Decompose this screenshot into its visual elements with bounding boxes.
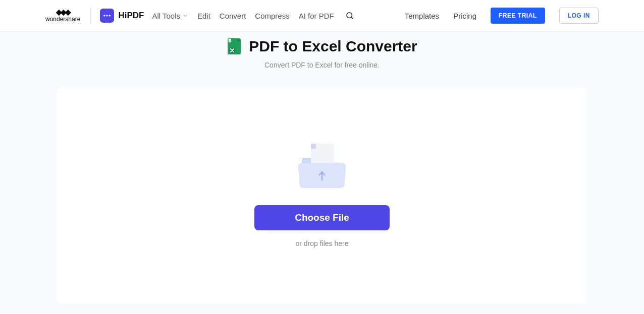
nav-all-tools-label: All Tools [152, 12, 180, 20]
nav-edit[interactable]: Edit [197, 12, 210, 20]
page-title-row: PDF to Excel Converter [0, 38, 644, 55]
search-button[interactable] [345, 11, 354, 20]
right-nav: Templates Pricing FREE TRIAL LOG IN [405, 8, 599, 24]
choose-file-button[interactable]: Choose File [254, 205, 390, 230]
nav-ai-for-pdf[interactable]: AI for PDF [299, 12, 334, 20]
nav-all-tools[interactable]: All Tools [152, 12, 188, 20]
main-content: PDF to Excel Converter Convert PDF to Ex… [0, 31, 644, 314]
page-title: PDF to Excel Converter [249, 38, 417, 55]
nav-compress[interactable]: Compress [255, 12, 289, 20]
brand-divider [90, 8, 91, 24]
app-header: ◆◆◆ wondershare HiPDF All Tools Edit Con… [0, 0, 644, 31]
upload-folder-icon [297, 144, 347, 190]
svg-rect-0 [103, 15, 105, 17]
upload-card[interactable]: Choose File or drop files here [57, 87, 587, 304]
nav-templates[interactable]: Templates [405, 12, 439, 20]
svg-line-4 [351, 17, 353, 19]
wondershare-mark-icon: ◆◆◆ [56, 8, 70, 16]
hipdf-text: HiPDF [118, 11, 144, 21]
login-button[interactable]: LOG IN [559, 8, 599, 24]
drop-files-hint: or drop files here [295, 239, 348, 247]
hipdf-icon [100, 9, 114, 23]
chevron-down-icon [182, 13, 188, 19]
svg-rect-2 [109, 15, 111, 17]
page-subtitle: Convert PDF to Excel for free online. [0, 61, 644, 69]
svg-rect-1 [106, 15, 108, 17]
hipdf-logo[interactable]: HiPDF [100, 9, 144, 23]
wondershare-text: wondershare [45, 16, 80, 24]
free-trial-button[interactable]: FREE TRIAL [491, 8, 545, 24]
nav-pricing[interactable]: Pricing [453, 12, 476, 20]
excel-file-icon [227, 38, 242, 54]
wondershare-logo[interactable]: ◆◆◆ wondershare [45, 8, 80, 24]
nav-convert[interactable]: Convert [220, 12, 246, 20]
main-nav: All Tools Edit Convert Compress AI for P… [152, 11, 354, 20]
search-icon [345, 11, 354, 20]
brand-group: ◆◆◆ wondershare HiPDF [45, 8, 144, 24]
svg-point-3 [347, 13, 352, 18]
